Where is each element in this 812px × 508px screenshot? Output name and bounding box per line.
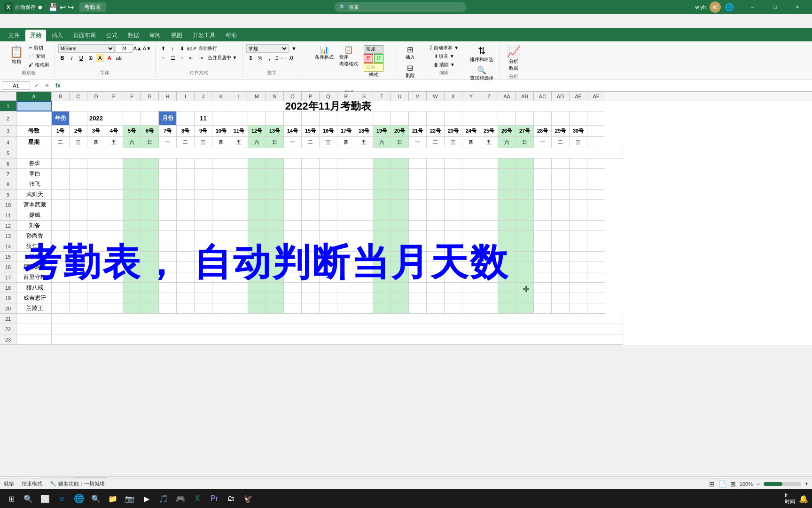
cell-w11[interactable] bbox=[427, 210, 445, 221]
analysis-data-button[interactable]: 📈 分析数据 bbox=[505, 44, 523, 72]
cell-ab15[interactable] bbox=[516, 252, 534, 262]
cell-l18[interactable] bbox=[230, 283, 248, 293]
cell-g16[interactable] bbox=[141, 262, 159, 272]
font-size-increase[interactable]: A▲ bbox=[133, 44, 142, 53]
cell-v19[interactable] bbox=[409, 293, 427, 303]
cell-e14[interactable] bbox=[105, 241, 123, 252]
cell-f3[interactable]: 5号 bbox=[123, 126, 141, 137]
cell-z13[interactable] bbox=[480, 231, 498, 241]
cell-q2[interactable] bbox=[320, 111, 337, 126]
app3-icon[interactable]: 🦅 bbox=[241, 491, 256, 506]
clear-button[interactable]: 🗑 清除 ▼ bbox=[432, 61, 456, 69]
cell-ae3[interactable]: 30号 bbox=[570, 126, 587, 137]
cell-c18[interactable] bbox=[70, 283, 87, 293]
cell-af13[interactable] bbox=[587, 231, 605, 241]
cell-ab10[interactable] bbox=[516, 200, 534, 210]
cell-h18[interactable] bbox=[159, 283, 177, 293]
cell-x18[interactable] bbox=[445, 283, 462, 293]
cell-t15[interactable] bbox=[373, 252, 391, 262]
cell-i2[interactable] bbox=[177, 111, 195, 126]
underline-button[interactable]: U bbox=[77, 54, 86, 62]
cell-g7[interactable] bbox=[141, 169, 159, 179]
cell-y2[interactable] bbox=[462, 111, 480, 126]
cell-af20[interactable] bbox=[587, 303, 605, 314]
cell-o13[interactable] bbox=[284, 231, 302, 241]
cell-u8[interactable] bbox=[391, 179, 409, 190]
cell-v8[interactable] bbox=[409, 179, 427, 190]
cell-d20[interactable] bbox=[87, 303, 105, 314]
cell-b3[interactable]: 1号 bbox=[52, 126, 70, 137]
cell-g10[interactable] bbox=[141, 200, 159, 210]
cell-q8[interactable] bbox=[320, 179, 337, 190]
cell-m20[interactable] bbox=[248, 303, 266, 314]
cell-m6[interactable] bbox=[248, 159, 266, 169]
cell-ab6[interactable] bbox=[516, 159, 534, 169]
cell-r20[interactable] bbox=[337, 303, 355, 314]
cell-i9[interactable] bbox=[177, 190, 195, 200]
cell-j14[interactable] bbox=[195, 241, 212, 252]
cell-m4[interactable]: 六 bbox=[248, 137, 266, 148]
cell-c7[interactable] bbox=[70, 169, 87, 179]
cell-z7[interactable] bbox=[480, 169, 498, 179]
cell-y15[interactable] bbox=[462, 252, 480, 262]
cell-i18[interactable] bbox=[177, 283, 195, 293]
col-header-z[interactable]: Z bbox=[480, 92, 498, 101]
media-icon[interactable]: ▶ bbox=[139, 491, 154, 506]
cell-aa7[interactable] bbox=[498, 169, 516, 179]
maximize-button[interactable]: □ bbox=[764, 0, 786, 14]
cell-r18[interactable] bbox=[337, 283, 355, 293]
auto-save[interactable]: 自动保存 ● bbox=[15, 2, 43, 12]
cell-o19[interactable] bbox=[284, 293, 302, 303]
cell-q16[interactable] bbox=[320, 262, 337, 272]
cell-w19[interactable] bbox=[427, 293, 445, 303]
cell-ac9[interactable] bbox=[534, 190, 552, 200]
cell-h8[interactable] bbox=[159, 179, 177, 190]
col-header-ad[interactable]: AD bbox=[552, 92, 570, 101]
cell-aa17[interactable] bbox=[498, 272, 516, 283]
cell-j13[interactable] bbox=[195, 231, 212, 241]
cell-h14[interactable] bbox=[159, 241, 177, 252]
cell-h6[interactable] bbox=[159, 159, 177, 169]
cell-l13[interactable] bbox=[230, 231, 248, 241]
cell-v7[interactable] bbox=[409, 169, 427, 179]
cell-r10[interactable] bbox=[337, 200, 355, 210]
cell-o10[interactable] bbox=[284, 200, 302, 210]
cell-k20[interactable] bbox=[212, 303, 230, 314]
cell-c17[interactable] bbox=[70, 272, 87, 283]
cell-q7[interactable] bbox=[320, 169, 337, 179]
cell-t3[interactable]: 19号 bbox=[373, 126, 391, 137]
cell-m9[interactable] bbox=[248, 190, 266, 200]
cell-s14[interactable] bbox=[355, 241, 373, 252]
cell-ab3[interactable]: 27号 bbox=[516, 126, 534, 137]
cell-l12[interactable] bbox=[230, 221, 248, 231]
cell-c4[interactable]: 三 bbox=[70, 137, 87, 148]
cell-e16[interactable] bbox=[105, 262, 123, 272]
cell-ab4[interactable]: 日 bbox=[516, 137, 534, 148]
cell-y4[interactable]: 四 bbox=[462, 137, 480, 148]
cell-g15[interactable] bbox=[141, 252, 159, 262]
align-left[interactable]: ≡ bbox=[159, 54, 168, 62]
cell-w3[interactable]: 22号 bbox=[427, 126, 445, 137]
cell-ab17[interactable] bbox=[516, 272, 534, 283]
cell-m11[interactable] bbox=[248, 210, 266, 221]
cell-aa13[interactable] bbox=[498, 231, 516, 241]
cell-h19[interactable] bbox=[159, 293, 177, 303]
cell-af10[interactable] bbox=[587, 200, 605, 210]
cell-s3[interactable]: 18号 bbox=[355, 126, 373, 137]
tab-view[interactable]: 视图 bbox=[166, 30, 187, 41]
cell-a19[interactable]: 成吉思汗 bbox=[16, 293, 52, 303]
cell-ad15[interactable] bbox=[552, 252, 570, 262]
cell-ae8[interactable] bbox=[570, 179, 587, 190]
cell-aa14[interactable] bbox=[498, 241, 516, 252]
cell-c20[interactable] bbox=[70, 303, 87, 314]
cell-l7[interactable] bbox=[230, 169, 248, 179]
cell-i8[interactable] bbox=[177, 179, 195, 190]
cell-j7[interactable] bbox=[195, 169, 212, 179]
cell-f16[interactable] bbox=[123, 262, 141, 272]
bold-button[interactable]: B bbox=[58, 54, 67, 62]
cell-c9[interactable] bbox=[70, 190, 87, 200]
cell-f20[interactable] bbox=[123, 303, 141, 314]
col-header-m[interactable]: M bbox=[248, 92, 266, 101]
cell-ad11[interactable] bbox=[552, 210, 570, 221]
cell-ab19[interactable] bbox=[516, 293, 534, 303]
